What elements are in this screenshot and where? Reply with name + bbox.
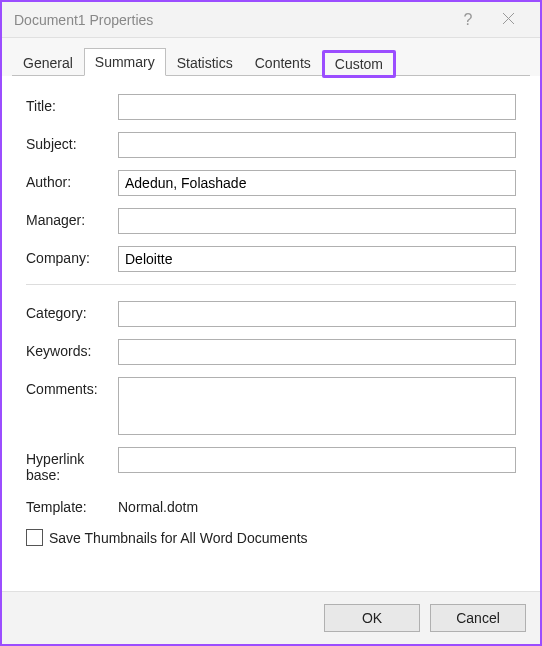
manager-field[interactable] [118, 208, 516, 234]
button-bar: OK Cancel [2, 591, 540, 644]
dialog-title: Document1 Properties [14, 12, 448, 28]
subject-label: Subject: [26, 132, 118, 152]
help-icon[interactable]: ? [448, 11, 488, 29]
tab-contents[interactable]: Contents [244, 49, 322, 76]
tabs-bar: General Summary Statistics Contents Cust… [2, 38, 540, 76]
hyperlink-base-field[interactable] [118, 447, 516, 473]
company-label: Company: [26, 246, 118, 266]
category-label: Category: [26, 301, 118, 321]
separator [26, 284, 516, 285]
hyperlink-base-label: Hyperlink base: [26, 447, 118, 483]
title-field[interactable] [118, 94, 516, 120]
tab-general[interactable]: General [12, 49, 84, 76]
save-thumbnails-label: Save Thumbnails for All Word Documents [49, 530, 308, 546]
template-label: Template: [26, 495, 118, 515]
author-label: Author: [26, 170, 118, 190]
ok-button[interactable]: OK [324, 604, 420, 632]
save-thumbnails-checkbox[interactable] [26, 529, 43, 546]
tab-summary[interactable]: Summary [84, 48, 166, 76]
title-label: Title: [26, 94, 118, 114]
manager-label: Manager: [26, 208, 118, 228]
tab-content-summary: Title: Subject: Author: Manager: Company… [2, 76, 540, 591]
tab-custom[interactable]: Custom [322, 50, 396, 78]
properties-dialog: Document1 Properties ? General Summary S… [0, 0, 542, 646]
titlebar: Document1 Properties ? [2, 2, 540, 38]
tab-statistics[interactable]: Statistics [166, 49, 244, 76]
comments-field[interactable] [118, 377, 516, 435]
company-field[interactable] [118, 246, 516, 272]
cancel-button[interactable]: Cancel [430, 604, 526, 632]
comments-label: Comments: [26, 377, 118, 397]
keywords-label: Keywords: [26, 339, 118, 359]
template-value: Normal.dotm [118, 495, 198, 515]
subject-field[interactable] [118, 132, 516, 158]
category-field[interactable] [118, 301, 516, 327]
close-icon[interactable] [488, 11, 528, 28]
author-field[interactable] [118, 170, 516, 196]
keywords-field[interactable] [118, 339, 516, 365]
